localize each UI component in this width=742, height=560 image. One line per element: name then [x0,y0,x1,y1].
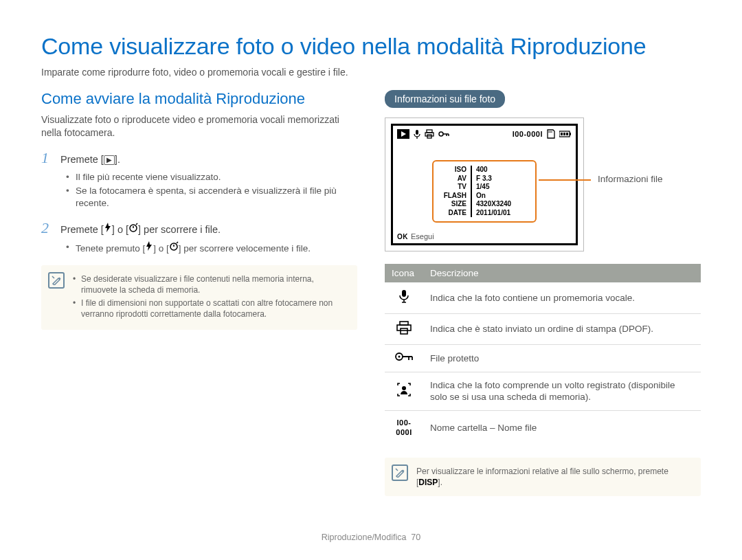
step-text: Premete [] o [] per scorrere i file. [60,223,221,237]
text-fragment: ] o [ [112,224,128,235]
note-text-post: ]. [438,478,442,487]
screen-topbar: I00-000I [393,126,576,142]
step-number: 2 [41,219,55,237]
note-icon [392,464,408,481]
svg-rect-9 [570,133,571,135]
table-row: Indica che la foto comprende un volto re… [385,372,701,410]
face-icon [385,372,423,410]
screen-footer: OK Esegui [397,232,434,240]
table-desc: Indica che la foto comprende un volto re… [423,372,701,410]
info-val: F 3.3 [472,175,492,183]
info-key: AV [434,175,472,183]
info-val: 400 [472,166,488,175]
mic-icon [414,129,420,139]
svg-point-7 [439,132,443,136]
table-row: Indica che è stato inviato un ordine di … [385,313,701,345]
info-val: On [472,192,486,201]
table-header-desc: Descrizione [423,264,701,282]
playback-square-icon [397,129,409,139]
table-header-icon: Icona [385,264,423,282]
bullet-item: Tenete premuto [] o [] per scorrere velo… [66,241,357,255]
print-icon [385,313,423,345]
file-counter: I00-000I [513,130,543,138]
key-icon [385,345,423,372]
timer-icon [128,223,138,232]
step-1-bullets: Il file più recente viene visualizzato. … [66,171,357,210]
svg-point-18 [398,356,401,358]
step-number: 1 [41,149,55,167]
section-heading: Come avviare la modalità Riproduzione [41,90,357,108]
bullet-item: Il file più recente viene visualizzato. [66,171,357,183]
text-fragment: Tenete premuto [ [76,243,145,254]
step-2: 2 Premete [] o [] per scorrere i file. [41,219,357,237]
icon-description-table: Icona Descrizione Indica che la foto con… [385,264,701,445]
ok-label: OK [397,233,408,240]
text-fragment: ] per scorrere velocemente i file. [179,243,311,254]
table-desc: Nome cartella – Nome file [423,410,701,445]
footer-label: Esegui [411,232,434,240]
key-icon [438,131,449,137]
flash-icon [104,223,112,232]
page-title: Come visualizzare foto o video nella mod… [41,33,701,60]
left-column: Come avviare la modalità Riproduzione Vi… [41,90,357,496]
text-fragment: ] o [ [153,243,169,254]
table-desc: Indica che è stato inviato un ordine di … [423,313,701,345]
page-footer: Riproduzione/Modifica 70 [0,533,742,542]
note-box: Per visualizzare le informazioni relativ… [385,458,701,496]
info-key: FLASH [434,192,472,201]
svg-rect-12 [566,133,568,135]
print-icon [425,129,434,139]
intro-text: Imparate come riprodurre foto, video o p… [41,67,701,78]
info-val: 4320X3240 [472,200,511,209]
text-fragment: Premete [ [60,224,104,235]
note-icon [48,272,65,289]
bullet-item: Se la fotocamera è spenta, si accenderà … [66,185,357,210]
text-fragment: Premete [ [60,154,104,165]
leader-line [539,179,591,181]
folder-file-label: I00-000I [385,410,423,445]
screen-wrap: I00-000I ISO400 AVF 3.3 TV1/45 FLASHOn S… [385,117,701,251]
section-paragraph: Visualizzate foto o riproducete video e … [41,113,357,139]
right-column: Informazioni sui file foto I00-000I ISO4… [385,90,701,496]
camera-screen: I00-000I ISO400 AVF 3.3 TV1/45 FLASHOn S… [385,117,584,251]
text-fragment: ]. [115,154,120,165]
note-text-pre: Per visualizzare le informazioni relativ… [416,467,668,487]
table-desc: Indica che la foto contiene un promemori… [423,282,701,313]
svg-rect-16 [401,328,407,334]
info-key: ISO [434,166,472,175]
info-val: 1/45 [472,183,489,192]
pointer-label: Informazioni file [598,174,663,184]
info-key: DATE [434,209,472,218]
disp-button-label: DISP [418,478,438,487]
info-pill: Informazioni sui file foto [385,90,505,108]
table-row: I00-000I Nome cartella – Nome file [385,410,701,445]
playback-icon: ▶ [104,155,115,165]
battery-icon [559,131,572,137]
note-item: I file di dimensioni non supportate o sc… [73,298,348,320]
text-fragment: ] per scorrere i file. [138,224,221,235]
note-box: Se desiderate visualizzare i file conten… [41,265,357,331]
mic-icon [385,282,423,313]
info-val: 2011/01/01 [472,209,510,218]
card-icon [547,129,555,139]
info-key: TV [434,183,472,192]
step-2-bullets: Tenete premuto [] o [] per scorrere velo… [66,241,357,255]
timer-icon [169,241,179,251]
step-1: 1 Premete [▶]. [41,149,357,167]
flash-icon [145,241,153,251]
svg-rect-10 [561,133,563,135]
info-panel: ISO400 AVF 3.3 TV1/45 FLASHOn SIZE4320X3… [432,160,537,223]
svg-point-19 [402,386,406,390]
svg-rect-3 [416,130,418,135]
svg-rect-11 [563,133,565,135]
step-text: Premete [▶]. [60,153,120,167]
footer-page: 70 [411,533,420,542]
svg-rect-15 [397,325,411,331]
note-item: Se desiderate visualizzare i file conten… [73,273,348,295]
table-desc: File protetto [423,345,701,372]
footer-section: Riproduzione/Modifica [322,533,407,542]
table-row: Indica che la foto contiene un promemori… [385,282,701,313]
svg-rect-13 [402,290,406,297]
table-row: File protetto [385,345,701,372]
info-key: SIZE [434,200,472,209]
